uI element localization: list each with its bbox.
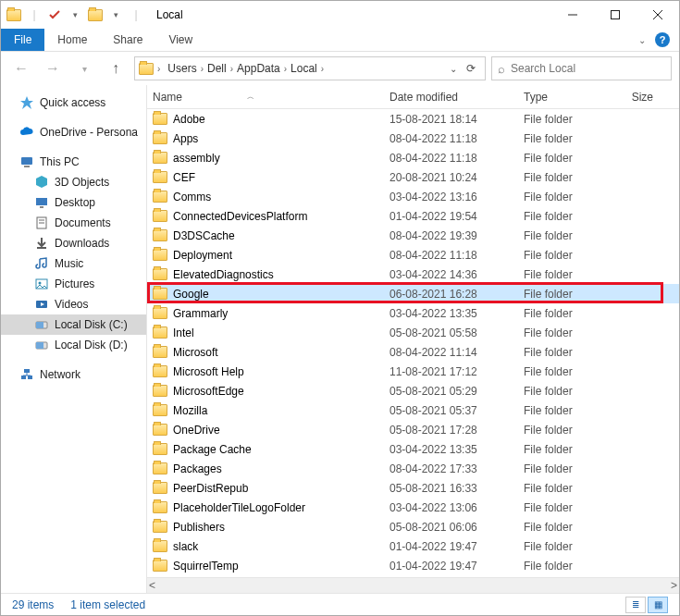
recent-locations-icon[interactable]: ▾ bbox=[71, 55, 97, 81]
file-date: 08-04-2022 11:14 bbox=[389, 346, 524, 359]
file-row[interactable]: Mozilla05-08-2021 05:37File folder bbox=[147, 400, 679, 420]
sidebar-item-pictures[interactable]: Pictures bbox=[1, 274, 146, 294]
file-row[interactable]: Deployment08-04-2022 11:18File folder bbox=[147, 245, 679, 265]
sidebar-item-onedrive-persona[interactable]: OneDrive - Persona bbox=[1, 122, 146, 142]
refresh-icon[interactable]: ⟳ bbox=[466, 62, 476, 75]
ribbon-expand-icon[interactable]: ⌄ bbox=[638, 35, 646, 45]
svg-rect-7 bbox=[36, 198, 47, 205]
file-row[interactable]: assembly08-04-2022 11:18File folder bbox=[147, 148, 679, 167]
svg-rect-18 bbox=[36, 322, 43, 328]
file-row[interactable]: Microsoft08-04-2022 11:14File folder bbox=[147, 342, 679, 362]
search-box[interactable]: ⌕ bbox=[491, 56, 672, 80]
file-type: File folder bbox=[524, 462, 616, 475]
sidebar-item-desktop[interactable]: Desktop bbox=[1, 192, 146, 213]
file-row[interactable]: ConnectedDevicesPlatform01-04-2022 19:54… bbox=[147, 206, 679, 226]
sidebar-item-videos[interactable]: Videos bbox=[1, 294, 146, 314]
menu-view[interactable]: View bbox=[155, 29, 205, 51]
chevron-right-icon[interactable]: › bbox=[157, 64, 160, 74]
file-row[interactable]: Comms03-04-2022 13:16File folder bbox=[147, 187, 679, 206]
view-large-toggle[interactable]: ▦ bbox=[648, 597, 668, 613]
sidebar-item-local-disk-c-[interactable]: Local Disk (C:) bbox=[1, 314, 146, 335]
column-size[interactable]: Size bbox=[616, 91, 653, 104]
file-date: 08-04-2022 11:18 bbox=[389, 249, 524, 262]
disk-icon bbox=[34, 317, 49, 332]
menu-home[interactable]: Home bbox=[44, 29, 100, 51]
sidebar-item-network[interactable]: Network bbox=[1, 364, 146, 385]
sidebar-item-3d-objects[interactable]: 3D Objects bbox=[1, 172, 146, 192]
file-row[interactable]: Microsoft Help11-08-2021 17:12File folde… bbox=[147, 362, 679, 381]
column-headers[interactable]: Name︿ Date modified Type Size bbox=[147, 85, 679, 109]
chevron-right-icon[interactable]: › bbox=[321, 64, 324, 74]
file-row[interactable]: Apps08-04-2022 11:18File folder bbox=[147, 129, 679, 148]
breadcrumb-appdata[interactable]: AppData bbox=[233, 62, 284, 75]
sidebar-item-label: Desktop bbox=[55, 196, 95, 209]
minimize-button[interactable] bbox=[551, 1, 594, 29]
file-row[interactable]: Google06-08-2021 16:28File folder bbox=[147, 284, 679, 303]
folder-icon bbox=[153, 500, 167, 515]
file-row[interactable]: Package Cache03-04-2022 13:35File folder bbox=[147, 439, 679, 459]
sidebar-item-downloads[interactable]: Downloads bbox=[1, 233, 146, 253]
view-details-toggle[interactable]: ≣ bbox=[625, 597, 646, 613]
sidebar-item-this-pc[interactable]: This PC bbox=[1, 152, 146, 172]
search-input[interactable] bbox=[511, 62, 665, 75]
qat-separator: | bbox=[129, 7, 143, 22]
file-row[interactable]: Publishers05-08-2021 06:06File folder bbox=[147, 517, 679, 536]
file-row[interactable]: SquirrelTemp01-04-2022 19:47File folder bbox=[147, 556, 679, 575]
breadcrumb-local[interactable]: Local bbox=[287, 62, 321, 75]
column-type[interactable]: Type bbox=[524, 91, 616, 104]
sidebar-item-documents[interactable]: Documents bbox=[1, 213, 146, 233]
horizontal-scrollbar[interactable]: <> bbox=[147, 577, 679, 593]
close-button[interactable] bbox=[637, 1, 679, 29]
file-row[interactable]: Packages08-04-2022 17:33File folder bbox=[147, 459, 679, 478]
sidebar-item-quick-access[interactable]: Quick access bbox=[1, 92, 146, 113]
qat-separator: | bbox=[27, 7, 42, 22]
breadcrumb-users[interactable]: Users bbox=[164, 62, 200, 75]
sidebar-item-local-disk-d-[interactable]: Local Disk (D:) bbox=[1, 335, 146, 355]
file-row[interactable]: PeerDistRepub05-08-2021 16:33File folder bbox=[147, 478, 679, 498]
back-button[interactable]: ← bbox=[8, 55, 34, 81]
net-icon bbox=[19, 367, 34, 382]
breadcrumb-box[interactable]: › Users›Dell›AppData›Local› ⌄ ⟳ bbox=[134, 56, 486, 80]
file-type: File folder bbox=[524, 346, 616, 359]
file-row[interactable]: D3DSCache08-04-2022 19:39File folder bbox=[147, 226, 679, 245]
qat-menu-icon[interactable]: ▾ bbox=[108, 7, 123, 22]
file-row[interactable]: Intel05-08-2021 05:58File folder bbox=[147, 323, 679, 342]
file-type: File folder bbox=[524, 229, 616, 242]
menu-share[interactable]: Share bbox=[100, 29, 155, 51]
breadcrumb-dell[interactable]: Dell bbox=[204, 62, 230, 75]
column-date[interactable]: Date modified bbox=[389, 91, 524, 104]
file-row[interactable]: MicrosoftEdge05-08-2021 05:29File folder bbox=[147, 381, 679, 400]
svg-rect-22 bbox=[28, 376, 32, 379]
file-row[interactable]: Adobe15-08-2021 18:14File folder bbox=[147, 109, 679, 129]
location-folder-icon bbox=[139, 61, 154, 76]
file-tab[interactable]: File bbox=[1, 29, 44, 51]
file-row[interactable]: CEF20-08-2021 10:24File folder bbox=[147, 167, 679, 187]
file-date: 05-08-2021 05:58 bbox=[389, 326, 524, 339]
navigation-pane[interactable]: Quick accessOneDrive - PersonaThis PC3D … bbox=[1, 85, 147, 593]
pic-icon bbox=[34, 277, 49, 291]
qat-newfolder-icon[interactable] bbox=[88, 7, 103, 22]
file-list-pane: Name︿ Date modified Type Size Adobe15-08… bbox=[147, 85, 679, 593]
file-row[interactable]: OneDrive05-08-2021 17:28File folder bbox=[147, 420, 679, 439]
music-icon bbox=[34, 256, 49, 271]
file-row[interactable]: slack01-04-2022 19:47File folder bbox=[147, 536, 679, 556]
sidebar-item-music[interactable]: Music bbox=[1, 253, 146, 274]
file-name: CEF bbox=[173, 171, 195, 184]
forward-button[interactable]: → bbox=[40, 55, 66, 81]
help-icon[interactable]: ? bbox=[655, 32, 670, 47]
up-button[interactable]: ↑ bbox=[103, 55, 129, 81]
qat-properties-icon[interactable] bbox=[47, 7, 62, 22]
file-row[interactable]: Grammarly03-04-2022 13:35File folder bbox=[147, 303, 679, 323]
file-rows[interactable]: Adobe15-08-2021 18:14File folderApps08-0… bbox=[147, 109, 679, 577]
file-date: 03-04-2022 13:35 bbox=[389, 443, 524, 456]
desktop-icon bbox=[34, 195, 49, 210]
file-row[interactable]: ElevatedDiagnostics03-04-2022 14:36File … bbox=[147, 265, 679, 284]
file-name: PeerDistRepub bbox=[173, 482, 248, 495]
maximize-button[interactable] bbox=[594, 1, 637, 29]
file-row[interactable]: PlaceholderTileLogoFolder03-04-2022 13:0… bbox=[147, 498, 679, 517]
folder-icon bbox=[153, 481, 167, 496]
qat-dropdown-icon[interactable]: ▾ bbox=[68, 7, 82, 22]
cube-icon bbox=[34, 175, 49, 190]
column-name[interactable]: Name bbox=[153, 91, 182, 104]
address-dropdown-icon[interactable]: ⌄ bbox=[450, 64, 457, 74]
